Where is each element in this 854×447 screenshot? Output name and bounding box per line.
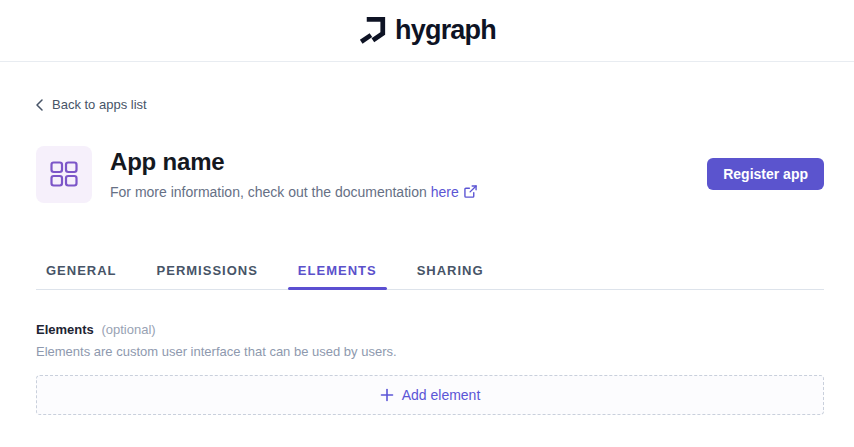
back-link-label: Back to apps list bbox=[52, 97, 147, 112]
register-app-button[interactable]: Register app bbox=[707, 158, 824, 190]
documentation-link[interactable]: here bbox=[431, 184, 477, 201]
main-content: Back to apps list App name For more info… bbox=[0, 62, 854, 415]
app-header-text: App name For more information, check out… bbox=[110, 148, 477, 201]
tab-sharing[interactable]: SHARING bbox=[407, 263, 494, 289]
page-subtitle: For more information, check out the docu… bbox=[110, 184, 477, 201]
tab-elements[interactable]: ELEMENTS bbox=[288, 263, 387, 289]
app-avatar bbox=[36, 146, 92, 203]
chevron-left-icon bbox=[36, 99, 43, 111]
add-element-label: Add element bbox=[402, 387, 481, 403]
subtitle-text: For more information, check out the docu… bbox=[110, 184, 427, 201]
external-link-icon bbox=[464, 185, 477, 198]
app-header-row: App name For more information, check out… bbox=[36, 146, 824, 203]
plus-icon bbox=[380, 388, 394, 402]
tab-permissions[interactable]: PERMISSIONS bbox=[147, 263, 268, 289]
tab-bar: GENERAL PERMISSIONS ELEMENTS SHARING bbox=[36, 263, 824, 290]
hygraph-logomark-icon bbox=[358, 15, 386, 46]
elements-field-label: Elements (optional) bbox=[36, 322, 824, 339]
back-to-apps-link[interactable]: Back to apps list bbox=[36, 97, 147, 112]
top-app-bar: hygraph bbox=[0, 0, 854, 62]
page-title: App name bbox=[110, 148, 477, 177]
elements-section: Elements (optional) Elements are custom … bbox=[36, 322, 824, 416]
optional-label: (optional) bbox=[101, 322, 155, 337]
tab-general[interactable]: GENERAL bbox=[36, 263, 127, 289]
hygraph-logo[interactable]: hygraph bbox=[358, 15, 496, 46]
elements-label-text: Elements bbox=[36, 322, 94, 337]
elements-description: Elements are custom user interface that … bbox=[36, 344, 824, 361]
documentation-link-label: here bbox=[431, 184, 459, 201]
grid-icon bbox=[49, 159, 79, 189]
logo-wordmark: hygraph bbox=[395, 17, 496, 44]
add-element-button[interactable]: Add element bbox=[36, 375, 824, 415]
